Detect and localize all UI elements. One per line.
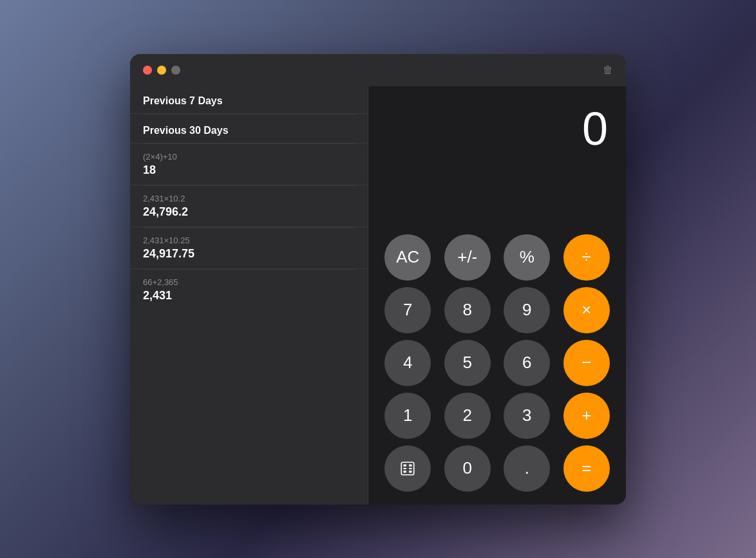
display-value: 0	[582, 106, 608, 152]
svg-rect-5	[404, 470, 406, 472]
history-result-2: 24,917.75	[143, 247, 355, 261]
six-button[interactable]: 6	[504, 340, 550, 386]
maximize-button[interactable]	[171, 66, 180, 75]
one-button[interactable]: 1	[384, 393, 431, 439]
history-expression-2: 2,431×10.25	[143, 236, 355, 245]
history-expression-0: (2×4)+10	[143, 152, 355, 162]
svg-rect-4	[409, 467, 411, 469]
decimal-button[interactable]: .	[504, 445, 550, 492]
close-button[interactable]	[143, 66, 152, 75]
trash-icon[interactable]: 🗑	[603, 64, 613, 76]
equals-button[interactable]: =	[563, 445, 610, 492]
section-7days-label: Previous 7 Days	[130, 86, 368, 114]
multiply-button[interactable]: ×	[563, 287, 610, 333]
display: 0	[381, 99, 613, 234]
two-button[interactable]: 2	[444, 393, 491, 439]
three-button[interactable]: 3	[504, 393, 550, 439]
main-content: Previous 7 Days Previous 30 Days (2×4)+1…	[130, 86, 626, 505]
traffic-lights	[143, 66, 180, 75]
history-item-1[interactable]: 2,431×10.2 24,796.2	[130, 186, 368, 227]
calculator-panel: 0 AC +/- % ÷ 7 8 9 × 4 5 6 − 1 2	[368, 86, 626, 505]
history-result-3: 2,431	[143, 289, 355, 302]
negate-button[interactable]: +/-	[444, 234, 491, 281]
divide-button[interactable]: ÷	[563, 234, 610, 281]
history-expression-3: 66+2,365	[143, 277, 355, 287]
svg-rect-1	[404, 464, 406, 466]
zero-button[interactable]: 0	[444, 445, 491, 492]
seven-button[interactable]: 7	[384, 287, 431, 333]
buttons-grid: AC +/- % ÷ 7 8 9 × 4 5 6 − 1 2 3 +	[381, 234, 613, 492]
calculator-icon-button[interactable]	[384, 445, 431, 492]
section-30days-label: Previous 30 Days	[130, 115, 368, 144]
svg-rect-3	[404, 467, 406, 469]
history-item-3[interactable]: 66+2,365 2,431	[130, 270, 368, 310]
subtract-button[interactable]: −	[563, 340, 610, 386]
eight-button[interactable]: 8	[444, 287, 491, 333]
nine-button[interactable]: 9	[504, 287, 550, 333]
clear-button[interactable]: AC	[384, 234, 431, 281]
history-result-0: 18	[143, 163, 355, 177]
history-item-2[interactable]: 2,431×10.25 24,917.75	[130, 228, 368, 269]
calculator-window: 🗑 Previous 7 Days Previous 30 Days (2×4)…	[130, 54, 626, 505]
history-expression-1: 2,431×10.2	[143, 194, 355, 203]
minimize-button[interactable]	[157, 66, 166, 75]
svg-rect-6	[409, 470, 411, 472]
five-button[interactable]: 5	[444, 340, 491, 386]
history-panel: Previous 7 Days Previous 30 Days (2×4)+1…	[130, 86, 368, 505]
history-item-0[interactable]: (2×4)+10 18	[130, 144, 368, 185]
title-bar: 🗑	[130, 54, 626, 86]
svg-rect-0	[402, 462, 415, 475]
percent-button[interactable]: %	[504, 234, 550, 281]
history-result-1: 24,796.2	[143, 205, 355, 219]
svg-rect-2	[409, 464, 411, 466]
four-button[interactable]: 4	[384, 340, 431, 386]
add-button[interactable]: +	[563, 393, 610, 439]
